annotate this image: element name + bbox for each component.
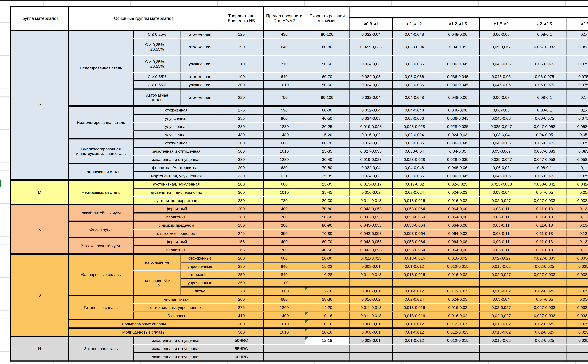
feed-value-cell[interactable]: 0,02-0,024 [393, 295, 436, 303]
strength-cell[interactable]: 680 [264, 139, 305, 147]
feed-value-cell[interactable]: 0,04-0,05 [523, 131, 566, 139]
feed-value-cell[interactable]: 0,019-0,023 [349, 123, 393, 131]
strength-cell[interactable]: 1110 [264, 172, 305, 180]
feed-value-cell[interactable]: 0,02-0,027 [479, 312, 523, 320]
feed-value-cell[interactable]: 0,008-0,01 [349, 262, 393, 271]
feed-value-cell[interactable]: 0,11-0,13 [523, 238, 566, 246]
feed-value-cell[interactable]: 0,048-0,06 [436, 106, 479, 114]
feed-value-cell[interactable]: 0,008-0,01 [349, 336, 393, 344]
feed-value-cell[interactable]: 0,043-0,053 [349, 205, 393, 213]
material-label-cell[interactable]: C > 0,25% … ≤0,55% [133, 39, 181, 55]
feed-value-cell[interactable] [436, 353, 479, 361]
feed-value-cell[interactable]: 0,032-0,04 [349, 106, 393, 114]
cutting-speed-cell[interactable]: 70-80 [305, 229, 349, 238]
feed-value-cell[interactable]: 0,06-0,08 [479, 30, 523, 39]
hardness-cell[interactable]: 300 [219, 188, 264, 196]
strength-cell[interactable]: 1010 [264, 188, 305, 196]
strength-cell[interactable]: 400 [264, 238, 305, 246]
strength-cell[interactable]: 710 [264, 55, 305, 72]
feed-value-cell[interactable]: 0,012-0,015 [436, 336, 479, 344]
cutting-speed-cell[interactable]: 16-28 [305, 271, 349, 279]
strength-cell[interactable]: 1260 [264, 303, 305, 312]
cutting-speed-cell[interactable]: 35-45 [305, 188, 349, 196]
feed-value-cell[interactable] [566, 344, 588, 353]
material-label-cell[interactable]: C > 0,55% [133, 72, 181, 81]
feed-value-cell[interactable]: 0,015-0,02 [479, 287, 523, 295]
feed-value-cell[interactable]: 0,027-0,033 [349, 39, 393, 55]
feed-value-cell[interactable]: 0,067-0,083 [523, 147, 566, 155]
feed-value-cell[interactable]: 0,043-0,053 [349, 238, 393, 246]
strength-cell[interactable]: 640 [264, 72, 305, 81]
feed-value-cell[interactable]: 0,015-0,02 [479, 320, 523, 328]
feed-value-cell[interactable]: 0,025-0,04 [566, 262, 588, 271]
material-label-cell[interactable]: Автоматная сталь [133, 89, 181, 106]
feed-value-cell[interactable]: 0,023-0,028 [393, 123, 436, 131]
cutting-speed-cell[interactable] [305, 279, 349, 287]
feed-value-cell[interactable] [479, 279, 523, 287]
feed-value-cell[interactable]: 0,043-0,053 [349, 213, 393, 221]
material-label-cell[interactable]: упрочненные [181, 262, 219, 271]
feed-value-cell[interactable]: 0,013-0,017 [349, 180, 393, 188]
feed-value-cell[interactable]: 0,06-0,075 [523, 139, 566, 147]
material-label-cell[interactable]: Высокопрочный чугун [68, 238, 133, 254]
column-header-diameter-range[interactable]: ø1-ø1,2 [393, 18, 436, 30]
feed-value-cell[interactable]: 0,04-0,05 [523, 295, 566, 303]
strength-cell[interactable]: 680 [264, 254, 305, 262]
feed-value-cell[interactable]: 0,08-0,1 [523, 163, 566, 172]
feed-value-cell[interactable]: 0,13-0,21 [566, 229, 588, 238]
column-header-brinell-hardness[interactable]: Твердость по Бринеллю HB [219, 7, 264, 30]
feed-value-cell[interactable]: 0,024-0,03 [436, 295, 479, 303]
feed-value-cell[interactable]: 0,05-0,067 [479, 39, 523, 55]
hardness-cell[interactable]: 175 [219, 106, 264, 114]
strength-cell[interactable]: 1280 [264, 123, 305, 131]
feed-value-cell[interactable]: 0,01-0,012 [393, 287, 436, 295]
material-label-cell[interactable]: C > 0,25% … ≤0,55% [133, 55, 181, 72]
material-label-cell[interactable]: аустенитная, закаленная [133, 180, 219, 188]
cutting-speed-cell[interactable]: 10-16 [305, 320, 349, 328]
feed-value-cell[interactable]: 0,011-0,013 [349, 254, 393, 262]
hardness-cell[interactable]: 125 [219, 30, 264, 39]
strength-cell[interactable]: 840 [264, 271, 305, 279]
feed-value-cell[interactable]: 0,027-0,033 [523, 254, 566, 262]
cutting-speed-cell[interactable]: 70-80 [305, 163, 349, 172]
hardness-cell[interactable]: 190 [219, 72, 264, 81]
strength-cell[interactable]: 680 [264, 163, 305, 172]
feed-value-cell[interactable]: 0,064-0,08 [436, 238, 479, 246]
feed-value-cell[interactable]: 0,04-0,048 [393, 106, 436, 114]
column-header-material-group[interactable]: Группа материалов [10, 7, 68, 30]
feed-value-cell[interactable]: 0,043-0,053 [349, 221, 393, 229]
cutting-speed-cell[interactable]: 80-100 [305, 89, 349, 106]
hardness-cell[interactable]: 410 [219, 312, 264, 320]
feed-value-cell[interactable]: 0,025-0,033 [479, 180, 523, 188]
feed-value-cell[interactable]: 0,024-0,03 [349, 139, 393, 147]
feed-value-cell[interactable]: 0,045-0,06 [479, 139, 523, 147]
feed-value-cell[interactable]: 0,064-0,08 [436, 229, 479, 238]
feed-value-cell[interactable]: 0,08-0,11 [479, 221, 523, 229]
feed-value-cell[interactable]: 0,016-0,02 [436, 254, 479, 262]
material-label-cell[interactable]: улучшенная [181, 81, 219, 89]
feed-value-cell[interactable]: 0,02-0,025 [523, 262, 566, 271]
strength-cell[interactable]: 940 [264, 262, 305, 271]
feed-value-cell[interactable] [523, 353, 566, 361]
cutting-speed-cell[interactable]: 28-36 [305, 295, 349, 303]
feed-value-cell[interactable]: 0,013-0,016 [393, 196, 436, 205]
strength-cell[interactable]: 1280 [264, 155, 305, 163]
strength-cell[interactable]: 640 [264, 39, 305, 55]
feed-value-cell[interactable]: 0,13-0,21 [566, 238, 588, 246]
strength-cell[interactable]: 1010 [264, 328, 305, 336]
feed-value-cell[interactable]: 0,08-0,11 [479, 229, 523, 238]
feed-value-cell[interactable]: 0,083-0,13 [566, 147, 588, 155]
feed-value-cell[interactable]: 0,075-0,12 [566, 55, 588, 72]
feed-value-cell[interactable]: 0,06-0,075 [523, 114, 566, 123]
feed-value-cell[interactable]: 0,06-0,08 [479, 163, 523, 172]
feed-value-cell[interactable]: 0,036-0,045 [436, 55, 479, 72]
cutting-speed-cell[interactable]: 20-30 [305, 196, 349, 205]
feed-value-cell[interactable]: 0,04-0,05 [523, 188, 566, 196]
cutting-speed-cell[interactable]: 10-16 [305, 312, 349, 320]
feed-value-cell[interactable]: 0,04-0,05 [436, 147, 479, 155]
column-header-diameter-range[interactable]: ø1,5-ø2 [479, 18, 523, 30]
feed-value-cell[interactable]: 0,043-0,053 [349, 229, 393, 238]
hardness-cell[interactable]: 60HRC [219, 353, 264, 361]
feed-value-cell[interactable]: 0,11-0,13 [523, 229, 566, 238]
cutting-speed-cell[interactable]: 12-16 [305, 287, 349, 295]
